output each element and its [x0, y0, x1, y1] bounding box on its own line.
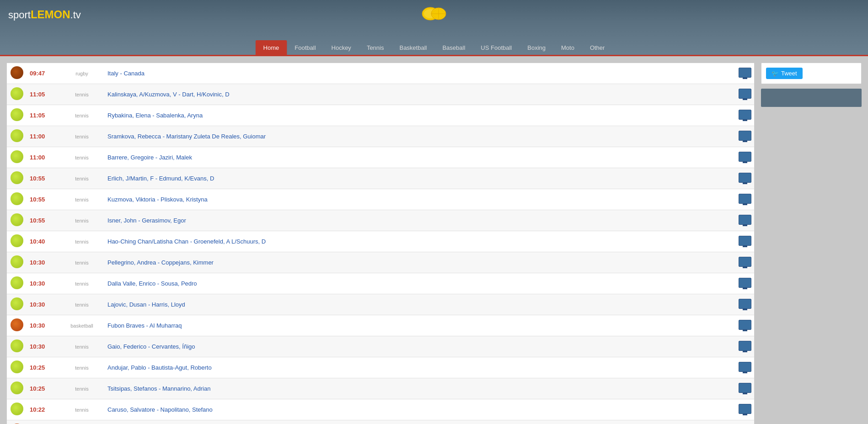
- match-link[interactable]: Italy - Canada: [107, 70, 145, 77]
- match-name[interactable]: Kuzmova, Viktoria - Pliskova, Kristyna: [105, 189, 736, 210]
- match-name[interactable]: Kalinskaya, A/Kuzmova, V - Dart, H/Kovin…: [105, 84, 736, 105]
- match-link[interactable]: Isner, John - Gerasimov, Egor: [107, 217, 186, 224]
- match-link[interactable]: Lajovic, Dusan - Harris, Lloyd: [107, 301, 185, 308]
- match-name[interactable]: Andujar, Pablo - Bautista-Agut, Roberto: [105, 357, 736, 378]
- watch-button-cell[interactable]: [736, 378, 754, 399]
- nav-item-boxing[interactable]: Boxing: [520, 40, 553, 55]
- table-row: 09:47rugbyItaly - Canada: [7, 63, 754, 84]
- match-name[interactable]: Caruso, Salvatore - Napolitano, Stefano: [105, 399, 736, 420]
- table-row: 10:30tennisGaio, Federico - Cervantes, Í…: [7, 336, 754, 357]
- watch-button[interactable]: [739, 383, 751, 393]
- tweet-button[interactable]: 🐦 Tweet: [766, 68, 803, 79]
- match-name[interactable]: Dalla Valle, Enrico - Sousa, Pedro: [105, 273, 736, 294]
- match-link[interactable]: Pellegrino, Andrea - Coppejans, Kimmer: [107, 259, 214, 266]
- match-link[interactable]: Dalla Valle, Enrico - Sousa, Pedro: [107, 280, 197, 287]
- watch-button[interactable]: [739, 173, 751, 183]
- watch-button-cell[interactable]: [736, 336, 754, 357]
- watch-button[interactable]: [739, 236, 751, 246]
- match-link[interactable]: Hao-Ching Chan/Latisha Chan - Groenefeld…: [107, 238, 266, 245]
- sport-label: tennis: [59, 336, 105, 357]
- watch-button-cell[interactable]: [736, 252, 754, 273]
- match-name[interactable]: Gaio, Federico - Cervantes, Íñigo: [105, 336, 736, 357]
- nav-item-basketball[interactable]: Basketball: [391, 40, 434, 55]
- watch-button[interactable]: [739, 257, 751, 267]
- watch-button-cell[interactable]: [736, 210, 754, 231]
- watch-button[interactable]: [739, 320, 751, 330]
- watch-button-cell[interactable]: [736, 357, 754, 378]
- watch-button[interactable]: [739, 110, 751, 120]
- match-name[interactable]: Sramkova, Rebecca - Maristany Zuleta De …: [105, 126, 736, 147]
- match-name[interactable]: Erlich, J/Martin, F - Edmund, K/Evans, D: [105, 168, 736, 189]
- watch-button-cell[interactable]: [736, 315, 754, 336]
- watch-button-cell[interactable]: [736, 147, 754, 168]
- match-link[interactable]: Caruso, Salvatore - Napolitano, Stefano: [107, 406, 213, 413]
- watch-button-cell[interactable]: [736, 294, 754, 315]
- match-link[interactable]: Kuzmova, Viktoria - Pliskova, Kristyna: [107, 196, 208, 203]
- match-link[interactable]: Barrere, Gregoire - Jaziri, Malek: [107, 154, 192, 161]
- match-link[interactable]: Rybakina, Elena - Sabalenka, Aryna: [107, 112, 203, 119]
- watch-button[interactable]: [739, 131, 751, 141]
- table-row: 10:30tennisDalla Valle, Enrico - Sousa, …: [7, 273, 754, 294]
- logo[interactable]: sportLEMON.tv: [8, 8, 81, 21]
- match-name[interactable]: Tsitsipas, Stefanos - Mannarino, Adrian: [105, 378, 736, 399]
- match-name[interactable]: Pellegrino, Andrea - Coppejans, Kimmer: [105, 252, 736, 273]
- nav-item-us-football[interactable]: US Football: [473, 40, 520, 55]
- watch-button-cell[interactable]: [736, 63, 754, 84]
- match-link[interactable]: Tsitsipas, Stefanos - Mannarino, Adrian: [107, 385, 210, 392]
- watch-button-cell[interactable]: [736, 189, 754, 210]
- match-name[interactable]: Hao-Ching Chan/Latisha Chan - Groenefeld…: [105, 231, 736, 252]
- match-name[interactable]: Fubon Braves - Al Muharraq: [105, 315, 736, 336]
- watch-button[interactable]: [739, 278, 751, 288]
- watch-button-cell[interactable]: [736, 273, 754, 294]
- match-link[interactable]: Sramkova, Rebecca - Maristany Zuleta De …: [107, 133, 266, 140]
- watch-button[interactable]: [739, 362, 751, 372]
- watch-button[interactable]: [739, 89, 751, 99]
- watch-button[interactable]: [739, 404, 751, 414]
- sport-icon-cell: [7, 210, 27, 231]
- watch-button-cell[interactable]: [736, 231, 754, 252]
- match-link[interactable]: Fubon Braves - Al Muharraq: [107, 322, 182, 329]
- watch-button[interactable]: [739, 152, 751, 162]
- nav-item-hockey[interactable]: Hockey: [324, 40, 359, 55]
- sport-icon-cell: [7, 273, 27, 294]
- sport-label: tennis: [59, 273, 105, 294]
- watch-button[interactable]: [739, 215, 751, 225]
- nav-item-home[interactable]: Home: [256, 40, 287, 55]
- nav-item-baseball[interactable]: Baseball: [434, 40, 473, 55]
- match-name[interactable]: Barrere, Gregoire - Jaziri, Malek: [105, 147, 736, 168]
- match-name[interactable]: New Zealand (W) - Philippines (W): [105, 420, 736, 424]
- event-time: 10:22: [27, 399, 59, 420]
- nav-item-moto[interactable]: Moto: [553, 40, 582, 55]
- match-link[interactable]: Andujar, Pablo - Bautista-Agut, Roberto: [107, 364, 212, 371]
- main-layout: 09:47rugbyItaly - Canada11:05tennisKalin…: [0, 56, 868, 424]
- nav-item-tennis[interactable]: Tennis: [359, 40, 392, 55]
- watch-button-cell[interactable]: [736, 126, 754, 147]
- match-name[interactable]: Rybakina, Elena - Sabalenka, Aryna: [105, 105, 736, 126]
- tweet-box: 🐦 Tweet: [761, 63, 862, 84]
- sidebar-ad: [761, 89, 862, 107]
- watch-button[interactable]: [739, 341, 751, 351]
- tennis-icon: [11, 108, 23, 121]
- match-link[interactable]: Kalinskaya, A/Kuzmova, V - Dart, H/Kovin…: [107, 91, 230, 98]
- watch-button[interactable]: [739, 68, 751, 78]
- match-name[interactable]: Lajovic, Dusan - Harris, Lloyd: [105, 294, 736, 315]
- tennis-icon: [11, 171, 23, 184]
- watch-button[interactable]: [739, 299, 751, 309]
- watch-button-cell[interactable]: [736, 84, 754, 105]
- header: sportLEMON.tv HomeFootballHockeyTennisBa…: [0, 0, 868, 55]
- sport-label: rugby: [59, 63, 105, 84]
- match-name[interactable]: Italy - Canada: [105, 63, 736, 84]
- nav-item-other[interactable]: Other: [582, 40, 613, 55]
- nav-item-football[interactable]: Football: [287, 40, 323, 55]
- match-link[interactable]: Erlich, J/Martin, F - Edmund, K/Evans, D: [107, 175, 214, 182]
- watch-button[interactable]: [739, 194, 751, 204]
- watch-button-cell[interactable]: [736, 399, 754, 420]
- watch-button-cell[interactable]: [736, 420, 754, 424]
- sport-icon-cell: [7, 252, 27, 273]
- match-link[interactable]: Gaio, Federico - Cervantes, Íñigo: [107, 343, 195, 350]
- sport-icon-cell: [7, 63, 27, 84]
- match-name[interactable]: Isner, John - Gerasimov, Egor: [105, 210, 736, 231]
- sport-icon-cell: [7, 231, 27, 252]
- watch-button-cell[interactable]: [736, 105, 754, 126]
- watch-button-cell[interactable]: [736, 168, 754, 189]
